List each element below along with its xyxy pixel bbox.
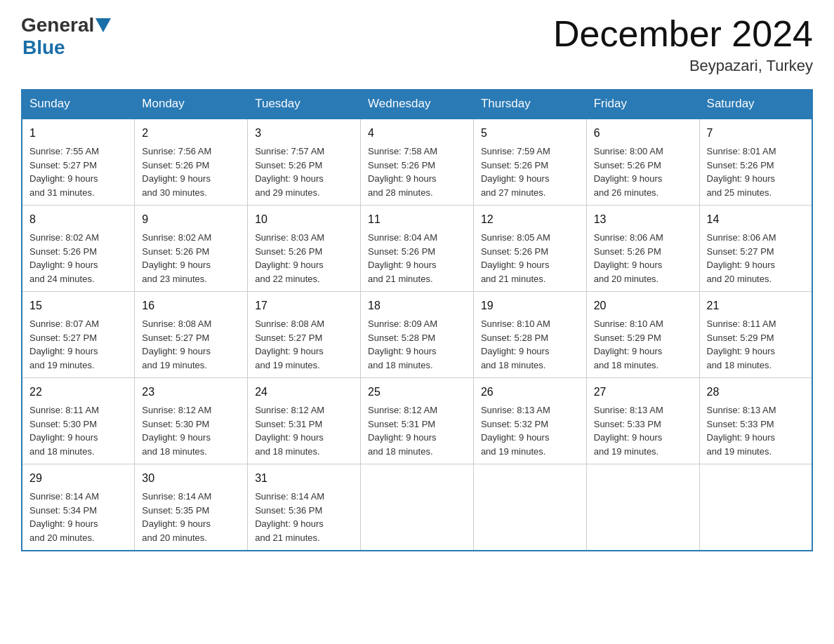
logo: General Blue	[21, 14, 111, 59]
day-number: 16	[142, 297, 240, 314]
sunrise-info: Sunrise: 8:12 AM	[368, 405, 437, 415]
calendar-cell: 3Sunrise: 7:57 AMSunset: 5:26 PMDaylight…	[248, 119, 361, 206]
daylight-info: Daylight: 9 hours	[594, 173, 663, 184]
sunrise-info: Sunrise: 8:08 AM	[142, 318, 211, 329]
daylight-info-cont: and 21 minutes.	[255, 532, 320, 543]
calendar-cell	[586, 464, 699, 551]
sunset-info: Sunset: 5:26 PM	[368, 160, 435, 170]
sunrise-info: Sunrise: 8:14 AM	[255, 491, 324, 502]
day-number: 21	[707, 297, 805, 314]
daylight-info-cont: and 20 minutes.	[707, 274, 772, 284]
daylight-info-cont: and 19 minutes.	[707, 446, 772, 457]
daylight-info-cont: and 31 minutes.	[29, 187, 95, 198]
sunset-info: Sunset: 5:34 PM	[29, 505, 97, 516]
sunset-info: Sunset: 5:27 PM	[707, 246, 774, 257]
calendar-cell: 13Sunrise: 8:06 AMSunset: 5:26 PMDayligh…	[586, 206, 699, 292]
calendar-cell	[699, 464, 812, 551]
sunset-info: Sunset: 5:27 PM	[255, 333, 322, 343]
col-header-friday: Friday	[586, 90, 699, 119]
daylight-info: Daylight: 9 hours	[142, 432, 211, 443]
sunrise-info: Sunrise: 8:06 AM	[594, 232, 663, 243]
sunset-info: Sunset: 5:31 PM	[368, 419, 435, 429]
calendar-cell: 6Sunrise: 8:00 AMSunset: 5:26 PMDaylight…	[586, 119, 699, 206]
calendar-week-row: 29Sunrise: 8:14 AMSunset: 5:34 PMDayligh…	[22, 464, 812, 551]
sunrise-info: Sunrise: 8:08 AM	[255, 318, 324, 329]
sunset-info: Sunset: 5:26 PM	[29, 246, 97, 257]
calendar-week-row: 1Sunrise: 7:55 AMSunset: 5:27 PMDaylight…	[22, 119, 812, 206]
page-header: General Blue December 2024 Beypazari, Tu…	[21, 14, 813, 75]
day-number: 22	[29, 384, 127, 401]
sunrise-info: Sunrise: 8:03 AM	[255, 232, 324, 243]
sunrise-info: Sunrise: 8:13 AM	[481, 405, 550, 415]
daylight-info-cont: and 24 minutes.	[29, 274, 95, 284]
day-number: 30	[142, 470, 240, 487]
day-number: 23	[142, 384, 240, 401]
sunset-info: Sunset: 5:33 PM	[707, 419, 774, 429]
sunrise-info: Sunrise: 8:00 AM	[594, 146, 663, 156]
day-number: 11	[368, 211, 466, 228]
logo-blue-text: Blue	[22, 36, 65, 59]
calendar-cell: 31Sunrise: 8:14 AMSunset: 5:36 PMDayligh…	[248, 464, 361, 551]
daylight-info-cont: and 19 minutes.	[142, 360, 207, 370]
sunset-info: Sunset: 5:33 PM	[594, 419, 661, 429]
col-header-wednesday: Wednesday	[361, 90, 474, 119]
calendar-week-row: 22Sunrise: 8:11 AMSunset: 5:30 PMDayligh…	[22, 378, 812, 464]
daylight-info: Daylight: 9 hours	[29, 173, 98, 184]
day-number: 2	[142, 125, 240, 142]
daylight-info-cont: and 19 minutes.	[29, 360, 95, 370]
daylight-info: Daylight: 9 hours	[142, 346, 211, 356]
daylight-info: Daylight: 9 hours	[481, 346, 550, 356]
daylight-info: Daylight: 9 hours	[481, 260, 550, 270]
sunrise-info: Sunrise: 8:14 AM	[142, 491, 211, 502]
day-number: 4	[368, 125, 466, 142]
sunrise-info: Sunrise: 7:58 AM	[368, 146, 437, 156]
calendar-cell: 20Sunrise: 8:10 AMSunset: 5:29 PMDayligh…	[586, 292, 699, 378]
sunrise-info: Sunrise: 8:11 AM	[707, 318, 776, 329]
calendar-cell: 30Sunrise: 8:14 AMSunset: 5:35 PMDayligh…	[135, 464, 248, 551]
daylight-info: Daylight: 9 hours	[255, 346, 324, 356]
calendar-cell: 18Sunrise: 8:09 AMSunset: 5:28 PMDayligh…	[361, 292, 474, 378]
month-title: December 2024	[553, 14, 813, 54]
sunrise-info: Sunrise: 8:02 AM	[29, 232, 99, 243]
sunrise-info: Sunrise: 8:06 AM	[707, 232, 776, 243]
sunrise-info: Sunrise: 8:02 AM	[142, 232, 211, 243]
daylight-info-cont: and 28 minutes.	[368, 187, 433, 198]
svg-marker-0	[95, 18, 111, 32]
sunrise-info: Sunrise: 8:10 AM	[594, 318, 663, 329]
day-number: 6	[594, 125, 692, 142]
day-number: 19	[481, 297, 579, 314]
sunset-info: Sunset: 5:26 PM	[142, 160, 209, 170]
sunrise-info: Sunrise: 8:01 AM	[707, 146, 776, 156]
calendar-cell: 27Sunrise: 8:13 AMSunset: 5:33 PMDayligh…	[586, 378, 699, 464]
calendar-cell: 5Sunrise: 7:59 AMSunset: 5:26 PMDaylight…	[473, 119, 586, 206]
sunrise-info: Sunrise: 8:11 AM	[29, 405, 99, 415]
calendar-cell: 9Sunrise: 8:02 AMSunset: 5:26 PMDaylight…	[135, 206, 248, 292]
day-number: 15	[29, 297, 127, 314]
daylight-info: Daylight: 9 hours	[707, 346, 776, 356]
daylight-info-cont: and 19 minutes.	[594, 446, 659, 457]
daylight-info: Daylight: 9 hours	[142, 173, 211, 184]
day-number: 24	[255, 384, 353, 401]
day-number: 5	[481, 125, 579, 142]
col-header-tuesday: Tuesday	[248, 90, 361, 119]
calendar-cell: 29Sunrise: 8:14 AMSunset: 5:34 PMDayligh…	[22, 464, 135, 551]
daylight-info: Daylight: 9 hours	[142, 260, 211, 270]
sunset-info: Sunset: 5:36 PM	[255, 505, 322, 516]
sunset-info: Sunset: 5:26 PM	[368, 246, 435, 257]
sunrise-info: Sunrise: 7:57 AM	[255, 146, 324, 156]
day-number: 25	[368, 384, 466, 401]
col-header-monday: Monday	[135, 90, 248, 119]
daylight-info: Daylight: 9 hours	[29, 518, 98, 529]
sunset-info: Sunset: 5:31 PM	[255, 419, 322, 429]
calendar-cell: 4Sunrise: 7:58 AMSunset: 5:26 PMDaylight…	[361, 119, 474, 206]
sunrise-info: Sunrise: 8:12 AM	[255, 405, 324, 415]
location-title: Beypazari, Turkey	[553, 57, 813, 75]
daylight-info-cont: and 20 minutes.	[29, 532, 95, 543]
sunrise-info: Sunrise: 8:14 AM	[29, 491, 99, 502]
calendar-cell: 26Sunrise: 8:13 AMSunset: 5:32 PMDayligh…	[473, 378, 586, 464]
daylight-info-cont: and 23 minutes.	[142, 274, 207, 284]
sunset-info: Sunset: 5:29 PM	[594, 333, 661, 343]
sunset-info: Sunset: 5:26 PM	[707, 160, 774, 170]
daylight-info: Daylight: 9 hours	[707, 432, 776, 443]
daylight-info-cont: and 20 minutes.	[594, 274, 659, 284]
